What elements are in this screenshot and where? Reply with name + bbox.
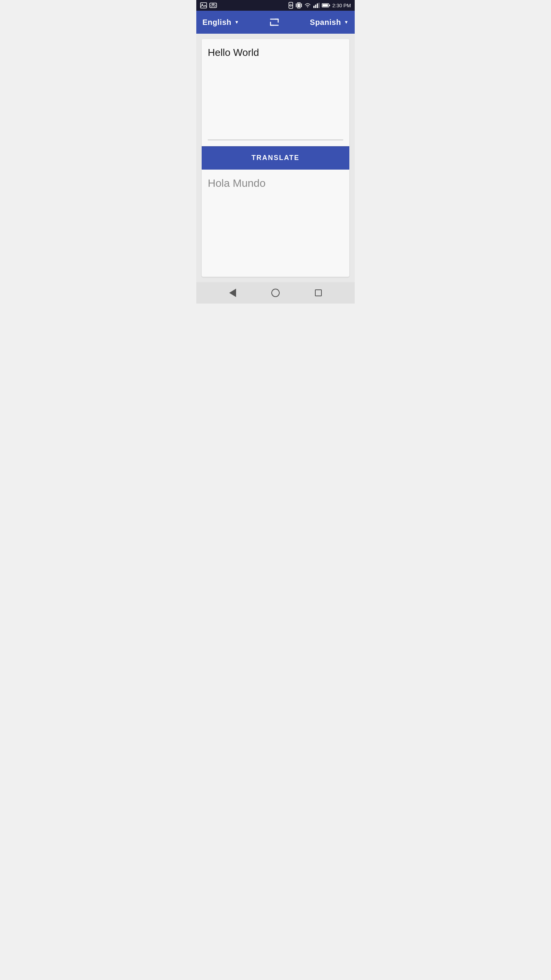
home-button[interactable] bbox=[268, 286, 283, 300]
main-content: TRANSLATE Hola Mundo bbox=[196, 34, 355, 282]
svg-point-4 bbox=[214, 5, 216, 7]
translated-text: Hola Mundo bbox=[208, 177, 343, 189]
back-icon bbox=[229, 289, 236, 297]
svg-rect-20 bbox=[323, 4, 328, 7]
app-bar: English ▼ Spanish ▼ bbox=[196, 11, 355, 34]
image-icon bbox=[200, 2, 207, 8]
source-language-label: English bbox=[202, 18, 231, 27]
status-bar: 2:30 PM bbox=[196, 0, 355, 11]
signal-icon bbox=[313, 3, 320, 8]
target-language-label: Spanish bbox=[310, 18, 341, 27]
output-card: Hola Mundo bbox=[202, 170, 349, 277]
wifi-icon bbox=[304, 3, 311, 8]
svg-point-3 bbox=[211, 5, 213, 7]
swap-languages-button[interactable] bbox=[267, 18, 281, 27]
svg-rect-6 bbox=[212, 4, 214, 5]
svg-rect-15 bbox=[313, 6, 315, 8]
back-button[interactable] bbox=[226, 286, 239, 300]
svg-rect-0 bbox=[201, 3, 207, 8]
recents-icon bbox=[315, 289, 322, 296]
svg-rect-14 bbox=[298, 3, 300, 7]
svg-rect-18 bbox=[318, 3, 320, 8]
source-language-dropdown-icon: ▼ bbox=[235, 20, 239, 25]
battery-icon bbox=[322, 3, 330, 8]
translate-button[interactable]: TRANSLATE bbox=[202, 146, 349, 170]
recents-button[interactable] bbox=[312, 286, 325, 299]
input-card bbox=[202, 39, 349, 146]
vibrate-icon bbox=[296, 2, 302, 9]
svg-rect-17 bbox=[317, 3, 318, 8]
target-language-dropdown-icon: ▼ bbox=[344, 20, 349, 25]
status-left-icons bbox=[200, 2, 217, 8]
swap-icon bbox=[267, 18, 281, 27]
svg-rect-21 bbox=[329, 5, 330, 6]
source-language-selector[interactable]: English ▼ bbox=[202, 18, 239, 27]
home-icon bbox=[271, 289, 280, 297]
svg-rect-16 bbox=[315, 5, 316, 8]
cassette-icon bbox=[209, 3, 217, 8]
status-time: 2:30 PM bbox=[333, 3, 351, 8]
target-language-selector[interactable]: Spanish ▼ bbox=[310, 18, 349, 27]
source-text-input[interactable] bbox=[208, 47, 343, 137]
nav-bar bbox=[196, 282, 355, 304]
nfc-icon bbox=[288, 2, 293, 9]
input-underline bbox=[208, 140, 343, 140]
